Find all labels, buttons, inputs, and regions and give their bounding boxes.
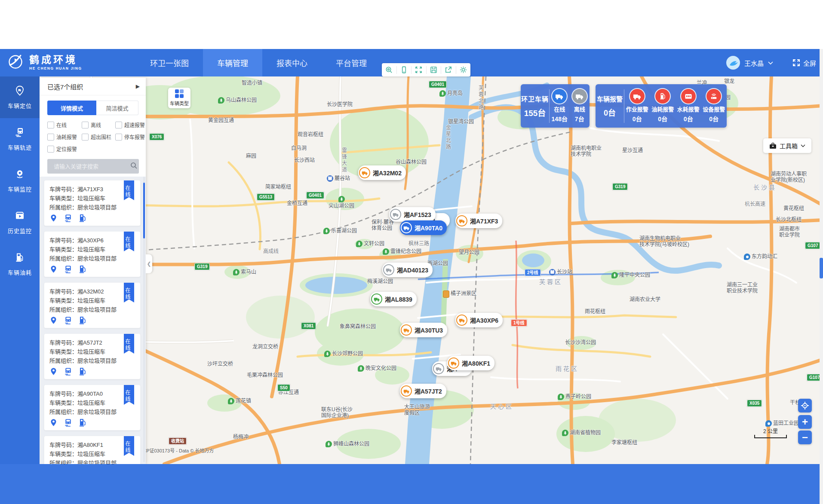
vehicle-marker-湘A57JT2[interactable]: 湘A57JT2 — [400, 384, 446, 398]
fullscreen-button[interactable]: 全屏 — [792, 58, 816, 67]
fuel-icon[interactable] — [79, 316, 86, 327]
vehicle-marker-湘A30XP6[interactable]: 湘A30XP6 — [455, 313, 503, 327]
list-scrollbar-thumb[interactable] — [143, 183, 145, 238]
vehicle-marker-湘A32M02[interactable]: 湘A32M02 — [358, 165, 406, 180]
vehicle-marker-湘A71XF3[interactable]: 湘A71XF3 — [455, 214, 502, 228]
settings-icon[interactable] — [456, 63, 471, 76]
sidebar-item-车辆轨迹[interactable]: 车辆轨迹 — [0, 118, 40, 160]
toolbox-button[interactable]: 工具箱 — [763, 138, 811, 153]
road-badge-G319: G319 — [612, 183, 628, 190]
expand-right-icon[interactable]: ▶ — [136, 83, 140, 89]
search-box[interactable] — [47, 159, 139, 174]
road-badge-G319: G319 — [194, 263, 210, 270]
vehicle-card[interactable]: 车牌号码：湘A32M02车辆类型：垃圾压缩车所属组织：厨余垃圾项目部在线 — [44, 282, 141, 328]
vehicle-org: 所属组织：厨余垃圾项目部 — [49, 305, 135, 314]
sidebar-item-历史监控[interactable]: 历史监控 — [0, 202, 40, 243]
export-icon[interactable] — [441, 63, 456, 76]
vehicle-card[interactable]: 车牌号码：湘A71XF3车辆类型：垃圾压缩车所属组织：厨余垃圾项目部在线 — [44, 180, 141, 226]
locate-icon[interactable] — [49, 367, 58, 378]
sidebar-item-车辆监控[interactable]: 车辆监控 — [0, 160, 40, 202]
checkbox-box[interactable] — [47, 134, 54, 141]
org-selector[interactable]: 已选7个组织 ▶ — [40, 78, 146, 95]
vehicle-card[interactable]: 车牌号码：湘A57JT2车辆类型：垃圾压缩车所属组织：厨余垃圾项目部在线 — [44, 333, 141, 379]
vehicle-type-button[interactable]: 车辆类型 — [168, 88, 190, 108]
tab-简洁模式[interactable]: 简洁模式 — [96, 101, 138, 115]
mobile-device-icon[interactable] — [397, 63, 412, 76]
road-badge-G0401: G0401 — [306, 192, 324, 199]
sidebar-item-车辆定位[interactable]: 车辆定位 — [0, 76, 40, 118]
fuel-icon[interactable] — [79, 265, 86, 275]
vehicle-card[interactable]: 车牌号码：湘A30XP6车辆类型：垃圾压缩车所属组织：厨余垃圾项目部在线 — [44, 231, 141, 277]
locate-icon[interactable] — [49, 265, 58, 275]
vehicle-marker-湘A80KF1[interactable]: 湘A80KF1 — [447, 356, 494, 370]
track-icon[interactable] — [64, 214, 72, 224]
checkbox-box[interactable] — [47, 122, 54, 128]
filter-定位报警[interactable]: 定位报警 — [47, 145, 82, 153]
map-canvas[interactable]: 智造小镇乌山森林公园黄金园互通长沙医学院观音岩枢纽月亮岛银星湾公园谷山森林公园M… — [40, 76, 823, 464]
track-icon[interactable] — [64, 316, 72, 327]
fuel-icon[interactable] — [79, 418, 86, 429]
checkbox-box[interactable] — [82, 122, 89, 128]
sidebar-item-label: 车辆油耗 — [8, 268, 32, 276]
vehicle-marker-湘AF1523[interactable]: 湘AF1523 — [389, 207, 436, 222]
filter-停车报警[interactable]: 停车报警 — [115, 133, 145, 141]
map-poi-label: 谷山森林公园 — [396, 159, 427, 165]
map-poi-label: 天心区 — [490, 403, 513, 410]
map-poi-label: 隆平中央公园 — [611, 272, 650, 278]
checkbox-box[interactable] — [115, 134, 122, 141]
search-icon[interactable] — [130, 162, 138, 171]
chevron-down-icon[interactable] — [768, 59, 773, 67]
user-name[interactable]: 王水晶 — [744, 58, 764, 67]
nav-item-平台管理[interactable]: 平台管理 — [322, 49, 381, 76]
map-poi-label: 月亮岛 — [439, 90, 463, 97]
track-icon[interactable] — [64, 418, 72, 429]
nav-item-车辆管理[interactable]: 车辆管理 — [203, 49, 262, 76]
track-icon[interactable] — [64, 265, 72, 275]
vehicle-card[interactable]: 车牌号码：湘A90TA0车辆类型：垃圾压缩车所属组织：厨余垃圾项目部在线 — [44, 385, 141, 431]
park-poi-icon — [562, 430, 568, 436]
chevron-down-icon — [801, 144, 805, 147]
expand-icon[interactable] — [412, 63, 426, 76]
list-scrollbar[interactable] — [143, 177, 145, 462]
filter-油耗报警[interactable]: 油耗报警 — [47, 133, 82, 141]
zoom-out-button[interactable]: − — [798, 431, 812, 444]
fuel-icon[interactable] — [79, 214, 86, 224]
panel-collapse-button[interactable]: ❮ — [146, 254, 152, 273]
locate-button[interactable] — [798, 399, 812, 412]
fleet-value: 155台 — [521, 107, 549, 118]
page-scrollbar-thumb[interactable] — [820, 258, 823, 278]
filter-在线[interactable]: 在线 — [47, 121, 82, 128]
locate-icon[interactable] — [49, 418, 58, 429]
user-avatar[interactable] — [726, 56, 740, 70]
road-badge-1号线: 1号线 — [511, 319, 527, 327]
tab-详情模式[interactable]: 详情模式 — [47, 101, 96, 115]
vehicle-marker-湘A90TA0[interactable]: 湘A90TA0 — [400, 220, 447, 235]
nav-item-环卫一张图[interactable]: 环卫一张图 — [136, 49, 203, 76]
vehicle-marker-湘AL8839[interactable]: 湘AL8839 — [370, 292, 417, 306]
vehicle-marker-湘A30TU3[interactable]: 湘A30TU3 — [400, 323, 447, 337]
alarm-stats-panel: 车辆报警 0台 作业报警0台油耗报警0台水耗报警0台设备报警0台 — [596, 84, 727, 128]
filter-离线[interactable]: 离线 — [82, 121, 115, 128]
nav-item-报表中心[interactable]: 报表中心 — [262, 49, 322, 76]
page-scrollbar[interactable] — [820, 49, 823, 504]
app-window: 智造小镇乌山森林公园黄金园互通长沙医学院观音岩枢纽月亮岛银星湾公园谷山森林公园M… — [0, 0, 823, 504]
zoom-search-icon[interactable] — [382, 63, 396, 76]
vehicle-type: 车辆类型：垃圾压缩车 — [49, 449, 135, 458]
sidebar-item-车辆油耗[interactable]: 车辆油耗 — [0, 243, 40, 285]
checkbox-box[interactable] — [115, 122, 122, 128]
zoom-in-button[interactable]: + — [798, 415, 812, 429]
filter-超速报警[interactable]: 超速报警 — [115, 121, 145, 128]
locate-icon[interactable] — [49, 316, 58, 327]
checkbox-box[interactable] — [47, 146, 54, 153]
save-icon[interactable] — [427, 63, 441, 76]
search-input[interactable] — [53, 163, 130, 170]
vehicle-type: 车辆类型：垃圾压缩车 — [49, 245, 135, 254]
locate-icon[interactable] — [49, 214, 58, 224]
vehicle-card[interactable]: 车牌号码：湘A80KF1车辆类型：垃圾压缩车所属组织：厨余垃圾项目部在线 — [44, 436, 141, 464]
filter-超出围栏[interactable]: 超出围栏 — [82, 133, 115, 141]
vehicle-marker-湘AD40123[interactable]: 湘AD40123 — [382, 263, 433, 277]
checkbox-box[interactable] — [82, 134, 89, 141]
metro-poi-icon: M — [327, 175, 333, 182]
fuel-icon[interactable] — [79, 367, 86, 378]
track-icon[interactable] — [64, 367, 72, 378]
